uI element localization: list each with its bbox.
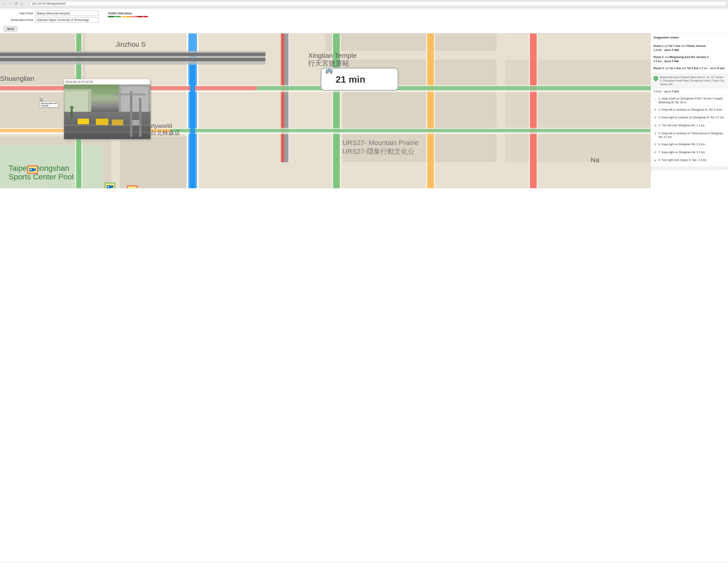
svg-rect-38: [281, 33, 284, 162]
camera-icon-3: [129, 187, 136, 188]
direction-item-7: ↱ 7. Keep right on Shingmen Rd. 0.2 km: [654, 149, 725, 157]
direction-text-2: 2. Keep left to continue on Zhongshan N.…: [659, 108, 722, 112]
route-3-text: Route 3: via Tai 1 line and Tai 5 line 3…: [654, 66, 725, 70]
route-1-label: Route 1: [654, 44, 664, 48]
start-point-label: Start Point: [4, 12, 33, 15]
map-area[interactable]: Minquan West Road Minsheng Civic Blvd Zh…: [0, 33, 651, 188]
direction-item-3: ↱ 3. Keep right to continue on Zhongshan…: [654, 114, 725, 122]
route-panel[interactable]: Suggested routes: Route 1 via Tai 1 line…: [651, 33, 728, 188]
svg-text:行天宮捷運站: 行天宮捷運站: [308, 59, 349, 67]
route-options: Route 1 via Tai 1 line and Citizen Avenu…: [651, 41, 728, 74]
traffic-seg-1: [108, 16, 115, 17]
route-3-label: Route 3:: [654, 67, 664, 70]
direction-text-6: 6. Keep right on Shingmen Rd. 0.2 km: [659, 143, 705, 146]
route-option-1[interactable]: Route 1 via Tai 1 line and Citizen Avenu…: [654, 43, 725, 54]
start-point-input[interactable]: [35, 11, 99, 16]
form-area: Start Point Destination Point Traffic In…: [0, 8, 728, 25]
route-2-distance: 3.5 km: [654, 60, 662, 63]
direction-text-3: 3. Keep right to continue on Zhongshan N…: [659, 116, 724, 120]
svg-text:Na: Na: [591, 156, 600, 164]
route-1-distance: 3.4 km: [654, 48, 662, 52]
svg-text:🚌: 🚌: [325, 67, 333, 74]
app-container: Start Point Destination Point Traffic In…: [0, 8, 728, 562]
reload-button[interactable]: ↺: [14, 1, 18, 6]
browser-nav: ← → ↺ ⌂ 📄: [2, 1, 726, 6]
camera-box-2[interactable]: [105, 183, 115, 188]
route-option-2[interactable]: Route 2: via Mingsheng East Rd. Section …: [654, 54, 725, 65]
svg-rect-5: [120, 137, 197, 188]
route-1-and: Citizen Avenue: [686, 44, 705, 48]
camera-box-1[interactable]: [27, 166, 38, 174]
direction-text-7: 7. Keep right on Shingmen Rd. 0.2 km: [659, 150, 705, 154]
direction-item-6: ↱ 6. Keep right on Shingmen Rd. 0.2 km: [654, 141, 725, 149]
send-area: Send: [0, 25, 728, 33]
start-point-row: Start Point: [4, 11, 99, 16]
directions-list: ↓ 1. Head south on Zhonghsan N.Rd./ Tai …: [651, 95, 728, 164]
destination-row: Destination Point: [4, 17, 99, 23]
form-fields: Start Point Destination Point: [4, 11, 99, 24]
traffic-label: Traffic Indication:: [108, 12, 148, 15]
svg-text:Sports Center Pool: Sports Center Pool: [9, 172, 74, 181]
traffic-seg-3: [121, 16, 126, 17]
video-frame: [64, 84, 151, 139]
start-address-text: Mackay Memorial Hospital Taipei Branch, …: [660, 76, 725, 86]
panel-footer: [651, 166, 728, 171]
route-panel-header: Suggested routes:: [651, 33, 728, 41]
camera-icon-1: [29, 167, 36, 172]
svg-marker-101: [34, 168, 36, 171]
direction-icon-6: ↱: [654, 143, 657, 147]
svg-rect-58: [0, 58, 265, 61]
route-option-3[interactable]: Route 3: via Tai 1 line and Tai 5 line 3…: [654, 65, 725, 72]
route-3-via: Tai 1 line: [669, 67, 681, 70]
start-marker: Mackay MemorialHospital: [40, 98, 58, 107]
direction-item-2: ↱ 2. Keep left to continue on Zhongshan …: [654, 106, 725, 114]
svg-rect-44: [530, 33, 537, 188]
route-3-time: 8 min: [718, 67, 725, 70]
marker-a-letter: A: [655, 77, 656, 80]
direction-text-8: 8. Turn right onto Jinguo S. Sec. 0.3 km: [659, 158, 707, 162]
svg-text:Jinzhou S: Jinzhou S: [115, 41, 146, 48]
svg-rect-105: [107, 186, 109, 187]
horizontal-scrollbar[interactable]: [651, 167, 728, 170]
route-1-text: Route 1 via Tai 1 line and Citizen Avenu…: [654, 44, 725, 48]
address-bar[interactable]: [30, 1, 726, 6]
direction-item-8: ↳ 8. Turn right onto Jinguo S. Sec. 0.3 …: [654, 157, 725, 164]
direction-icon-7: ↱: [654, 150, 657, 155]
marker-a: A: [653, 75, 659, 82]
camera-box-3[interactable]: [127, 186, 138, 188]
distance-summary-text: 3.4 km - about 7 min: [654, 90, 679, 93]
route-3-distance: 3.8 km: [699, 67, 708, 70]
svg-marker-104: [111, 185, 113, 188]
distance-summary: 3.4 km - about 7 min: [651, 88, 728, 95]
traffic-seg-5: [131, 16, 132, 17]
direction-item-1: ↓ 1. Head south on Zhonghsan N.Rd./ Tai …: [654, 95, 725, 106]
svg-rect-52: [171, 129, 651, 132]
forward-button[interactable]: →: [8, 1, 12, 6]
svg-rect-49: [257, 86, 651, 90]
direction-item-5: ↰ 5. Keep left to continue on Third Aven…: [654, 130, 725, 141]
route-2-details: 3.5 km - about 7 min: [654, 59, 725, 63]
page-icon: 📄: [26, 2, 29, 5]
main-content: Minquan West Road Minsheng Civic Blvd Zh…: [0, 33, 728, 188]
svg-rect-57: [0, 53, 265, 56]
route-2-via: Mingsheng East Rd. Section 2: [669, 56, 708, 59]
traffic-seg-9: [137, 16, 143, 17]
route-1-details: 3.4 km - about 7 min: [654, 48, 725, 52]
route-2-label: Route 2:: [654, 56, 664, 59]
traffic-seg-7: [134, 16, 135, 17]
video-timestamp: 2014-04-14 07:42:32: [64, 79, 150, 84]
svg-text:Shuanglian: Shuanglian: [0, 75, 34, 82]
destination-input[interactable]: [35, 17, 99, 23]
back-button[interactable]: ←: [2, 1, 6, 6]
send-button[interactable]: Send: [4, 26, 17, 31]
home-button[interactable]: ⌂: [20, 1, 24, 6]
traffic-seg-4: [126, 16, 130, 17]
svg-rect-7: [325, 33, 497, 51]
browser-chrome: ← → ↺ ⌂ 📄: [0, 0, 728, 8]
svg-text:Xingtian Temple: Xingtian Temple: [308, 52, 357, 59]
svg-text:URS27-隱集行動文化公: URS27-隱集行動文化公: [342, 148, 415, 155]
route-3-and: Tai 5 line: [687, 67, 698, 70]
svg-rect-102: [30, 169, 32, 170]
direction-icon-4: ↰: [654, 124, 657, 128]
destination-label: Destination Point: [4, 18, 33, 22]
